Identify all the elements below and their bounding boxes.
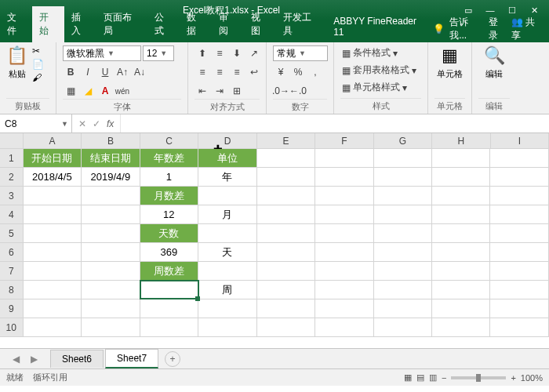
align-bottom-icon[interactable]: ⬇ bbox=[229, 45, 245, 61]
cell[interactable] bbox=[374, 149, 432, 167]
col-header-i[interactable]: I bbox=[491, 133, 549, 148]
zoom-slider[interactable] bbox=[451, 376, 506, 379]
decrease-indent-icon[interactable]: ⇤ bbox=[195, 83, 210, 99]
cell[interactable] bbox=[374, 187, 432, 205]
cell[interactable] bbox=[198, 187, 256, 205]
cell[interactable] bbox=[257, 224, 315, 242]
cell[interactable] bbox=[24, 243, 82, 261]
cell[interactable] bbox=[490, 187, 548, 205]
cell[interactable] bbox=[24, 224, 82, 242]
cell[interactable] bbox=[140, 318, 198, 336]
tell-me-text[interactable]: 告诉我... bbox=[449, 16, 484, 42]
cell[interactable] bbox=[432, 187, 490, 205]
cell-c3[interactable]: 月数差 bbox=[140, 187, 198, 205]
cell-c5[interactable]: 天数 bbox=[140, 224, 198, 242]
cell[interactable] bbox=[82, 262, 140, 280]
cell[interactable] bbox=[490, 262, 548, 280]
cell[interactable] bbox=[490, 149, 548, 167]
sheet-tab-sheet7[interactable]: Sheet7 bbox=[105, 349, 158, 368]
wrap-text-icon[interactable]: ↩ bbox=[246, 64, 262, 80]
cell[interactable] bbox=[82, 318, 140, 336]
view-normal-icon[interactable]: ▦ bbox=[404, 372, 412, 383]
cell-d1[interactable]: 单位 bbox=[198, 149, 256, 167]
align-top-icon[interactable]: ⬆ bbox=[195, 45, 210, 61]
cell[interactable] bbox=[82, 224, 140, 242]
cell-c7[interactable]: 周数差 bbox=[140, 262, 198, 280]
cell[interactable] bbox=[82, 205, 140, 223]
font-color-button[interactable]: A bbox=[97, 83, 113, 99]
cell[interactable] bbox=[82, 299, 140, 318]
cell-b2[interactable]: 2019/4/9 bbox=[82, 168, 140, 186]
cell[interactable] bbox=[257, 168, 315, 186]
cell[interactable] bbox=[490, 168, 548, 186]
cell[interactable] bbox=[198, 262, 256, 280]
cell[interactable] bbox=[24, 299, 82, 318]
col-header-a[interactable]: A bbox=[24, 133, 82, 148]
tab-review[interactable]: 审阅 bbox=[212, 6, 244, 42]
cell[interactable] bbox=[315, 318, 373, 336]
cell[interactable] bbox=[315, 187, 373, 205]
italic-button[interactable]: I bbox=[80, 64, 96, 80]
currency-icon[interactable]: ¥ bbox=[273, 64, 289, 80]
font-name-select[interactable]: 微软雅黑▼ bbox=[63, 45, 141, 61]
login-link[interactable]: 登录 bbox=[489, 16, 507, 42]
cell-c8[interactable] bbox=[140, 281, 198, 299]
cell[interactable] bbox=[432, 224, 490, 242]
cell[interactable] bbox=[24, 205, 82, 223]
cell[interactable] bbox=[374, 318, 432, 336]
comma-icon[interactable]: , bbox=[307, 64, 323, 80]
cell[interactable] bbox=[315, 262, 373, 280]
cell-c4[interactable]: 12 bbox=[140, 205, 198, 223]
row-header[interactable]: 10 bbox=[0, 318, 24, 336]
row-header[interactable]: 6 bbox=[0, 243, 24, 261]
conditional-format-button[interactable]: ▦条件格式▾ bbox=[340, 45, 399, 60]
cell[interactable] bbox=[140, 299, 198, 318]
cell-c1[interactable]: 年数差 bbox=[140, 149, 198, 167]
cell-b1[interactable]: 结束日期 bbox=[82, 149, 140, 167]
cell[interactable] bbox=[490, 281, 548, 299]
name-box[interactable]: C8▼ bbox=[0, 114, 72, 132]
fx-icon[interactable]: fx bbox=[107, 118, 114, 129]
decrease-decimal-icon[interactable]: ←.0 bbox=[290, 83, 306, 99]
increase-indent-icon[interactable]: ⇥ bbox=[212, 83, 227, 99]
col-header-c[interactable]: C bbox=[140, 133, 198, 148]
cell[interactable] bbox=[257, 243, 315, 261]
row-header[interactable]: 9 bbox=[0, 299, 24, 318]
cell[interactable] bbox=[198, 224, 256, 242]
cell[interactable] bbox=[257, 205, 315, 223]
cell[interactable] bbox=[315, 281, 373, 299]
cell[interactable] bbox=[82, 281, 140, 299]
cell[interactable] bbox=[374, 262, 432, 280]
number-format-select[interactable]: 常规▼ bbox=[273, 45, 328, 61]
cell-a1[interactable]: 开始日期 bbox=[24, 149, 82, 167]
format-painter-icon[interactable]: 🖌 bbox=[32, 72, 44, 83]
paste-icon[interactable]: 📋 bbox=[6, 45, 27, 66]
cell[interactable] bbox=[374, 281, 432, 299]
font-size-select[interactable]: 12▼ bbox=[143, 45, 174, 61]
enter-formula-icon[interactable]: ✓ bbox=[93, 118, 100, 129]
cell[interactable] bbox=[432, 205, 490, 223]
cell[interactable] bbox=[24, 281, 82, 299]
row-header[interactable]: 7 bbox=[0, 262, 24, 280]
cell-styles-button[interactable]: ▦单元格样式▾ bbox=[340, 80, 409, 95]
cell-c6[interactable]: 369 bbox=[140, 243, 198, 261]
cell[interactable] bbox=[432, 262, 490, 280]
align-middle-icon[interactable]: ≡ bbox=[212, 45, 227, 61]
cell[interactable] bbox=[432, 318, 490, 336]
table-format-button[interactable]: ▦套用表格格式▾ bbox=[340, 63, 418, 78]
cell-c2[interactable]: 1 bbox=[140, 168, 198, 186]
col-header-h[interactable]: H bbox=[432, 133, 490, 148]
cell[interactable] bbox=[315, 168, 373, 186]
cell[interactable] bbox=[490, 318, 548, 336]
tab-file[interactable]: 文件 bbox=[0, 6, 32, 42]
cell[interactable] bbox=[257, 262, 315, 280]
cell[interactable] bbox=[490, 243, 548, 261]
row-header[interactable]: 4 bbox=[0, 205, 24, 223]
cell-d8[interactable]: 周 bbox=[198, 281, 256, 299]
col-header-b[interactable]: B bbox=[82, 133, 140, 148]
sheet-nav-next-icon[interactable]: ▶ bbox=[26, 354, 42, 365]
cell[interactable] bbox=[24, 318, 82, 336]
cell[interactable] bbox=[374, 224, 432, 242]
cell[interactable] bbox=[315, 149, 373, 167]
cell[interactable] bbox=[257, 149, 315, 167]
